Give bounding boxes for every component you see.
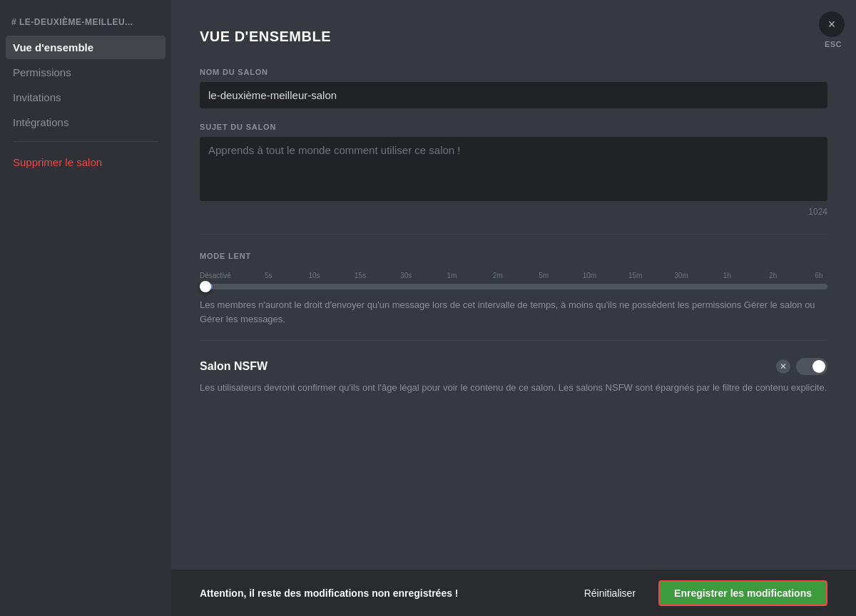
slow-mode-section: MODE LENT Désactivé 5s 10s 15s 30s 1m 2m… — [200, 252, 827, 326]
tick-6h: 6h — [810, 272, 827, 279]
nsfw-section: Salon NSFW ✕ Les utilisateurs devront co… — [200, 358, 827, 395]
tick-5m: 5m — [535, 272, 552, 279]
channel-name: # LE-DEUXIÈME-MEILLEU... — [6, 11, 165, 33]
nsfw-title: Salon NSFW — [200, 360, 268, 373]
tick-10s: 10s — [306, 272, 323, 279]
esc-label: ESC — [825, 40, 842, 48]
section-divider-1 — [200, 234, 827, 235]
section-divider-2 — [200, 340, 827, 341]
tick-30m: 30m — [673, 272, 690, 279]
unsaved-notice: Attention, il reste des modifications no… — [200, 587, 561, 599]
slider-track — [200, 284, 827, 289]
delete-channel-button[interactable]: Supprimer le salon — [6, 150, 165, 174]
char-count: 1024 — [200, 207, 827, 217]
tick-30s: 30s — [397, 272, 414, 279]
nsfw-toggle-container: ✕ — [776, 358, 827, 375]
sidebar-item-vue-densemble[interactable]: Vue d'ensemble — [6, 36, 165, 59]
slow-mode-slider-container: Désactivé 5s 10s 15s 30s 1m 2m 5m 10m 15… — [200, 272, 827, 289]
channel-subject-input[interactable] — [200, 137, 827, 201]
sidebar-divider — [13, 141, 158, 142]
tick-2m: 2m — [489, 272, 506, 279]
tick-15s: 15s — [352, 272, 369, 279]
nsfw-description: Les utilisateurs devront confirmer qu'il… — [200, 381, 827, 395]
toggle-x-icon: ✕ — [776, 359, 790, 374]
sidebar-item-invitations[interactable]: Invitations — [6, 86, 165, 109]
sidebar: # LE-DEUXIÈME-MEILLEU... Vue d'ensemble … — [0, 0, 171, 616]
tick-1h: 1h — [718, 272, 735, 279]
tick-desactive: Désactivé — [200, 272, 231, 279]
slider-thumb[interactable] — [200, 281, 211, 292]
slow-mode-description: Les membres n'auront le droit d'envoyer … — [200, 298, 827, 326]
tick-15m: 15m — [627, 272, 644, 279]
page-title: VUE D'ENSEMBLE — [200, 29, 827, 45]
tick-marks: Désactivé 5s 10s 15s 30s 1m 2m 5m 10m 15… — [200, 272, 827, 279]
channel-name-label: NOM DU SALON — [200, 68, 827, 76]
sidebar-item-permissions[interactable]: Permissions — [6, 61, 165, 84]
channel-subject-label: SUJET DU SALON — [200, 123, 827, 131]
content-area: VUE D'ENSEMBLE NOM DU SALON SUJET DU SAL… — [171, 0, 856, 570]
sidebar-item-integrations[interactable]: Intégrations — [6, 111, 165, 134]
tick-1m: 1m — [443, 272, 460, 279]
close-button[interactable]: × — [819, 11, 845, 37]
nsfw-header: Salon NSFW ✕ — [200, 358, 827, 375]
main-content: × ESC VUE D'ENSEMBLE NOM DU SALON SUJET … — [171, 0, 856, 616]
reset-button[interactable]: Réinitialiser — [573, 582, 647, 605]
save-button[interactable]: Enregistrer les modifications — [658, 580, 827, 606]
channel-name-input[interactable] — [200, 82, 827, 108]
tick-5s: 5s — [260, 272, 277, 279]
slow-mode-label: MODE LENT — [200, 252, 827, 260]
nsfw-toggle[interactable] — [796, 358, 827, 375]
tick-10m: 10m — [581, 272, 598, 279]
tick-2h: 2h — [765, 272, 782, 279]
bottom-bar: Attention, il reste des modifications no… — [171, 570, 856, 616]
